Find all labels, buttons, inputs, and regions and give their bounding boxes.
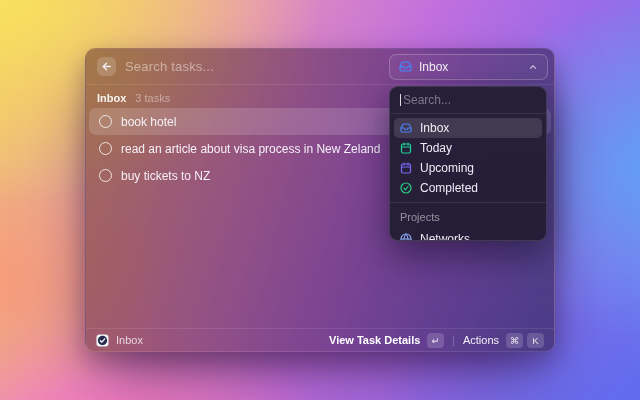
projects-section-label: Projects xyxy=(390,203,546,225)
back-button[interactable] xyxy=(97,57,116,76)
arrow-left-icon xyxy=(101,61,112,72)
chevron-up-icon xyxy=(528,62,538,72)
divider: | xyxy=(452,335,455,346)
status-bar: Inbox View Task Details ↵ | Actions ⌘ K xyxy=(86,328,554,351)
dropdown-item-completed[interactable]: Completed xyxy=(394,178,542,198)
list-title: Inbox xyxy=(97,92,126,104)
inbox-icon xyxy=(400,122,412,134)
task-count: 3 tasks xyxy=(135,92,170,104)
search-input[interactable]: Search tasks... xyxy=(125,59,214,74)
inbox-icon xyxy=(399,60,412,73)
filter-dropdown-button[interactable]: Inbox xyxy=(389,54,548,80)
actions-menu-action[interactable]: Actions xyxy=(463,334,499,346)
dropdown-item-today[interactable]: Today xyxy=(394,138,542,158)
globe-icon xyxy=(400,233,412,241)
check-circle-icon xyxy=(400,182,412,194)
enter-key-badge: ↵ xyxy=(427,333,444,348)
shortcut-keys: ⌘ K xyxy=(506,333,544,348)
dropdown-item-networks[interactable]: Networks xyxy=(394,229,542,241)
text-cursor xyxy=(400,94,401,106)
search-bar: Search tasks... Inbox xyxy=(86,49,554,85)
view-task-details-action[interactable]: View Task Details xyxy=(329,334,420,346)
dropdown-search-input[interactable]: Search... xyxy=(390,87,546,114)
k-key-badge: K xyxy=(527,333,544,348)
dropdown-item-upcoming[interactable]: Upcoming xyxy=(394,158,542,178)
projects-list: Networks xyxy=(390,225,546,241)
dropdown-item-list: Inbox Today Upcoming xyxy=(390,114,546,202)
filter-dropdown-panel: Search... Inbox Today xyxy=(389,86,547,241)
command-key-badge: ⌘ xyxy=(506,333,523,348)
calendar-icon xyxy=(400,142,412,154)
filter-selected-value: Inbox xyxy=(419,60,448,74)
dropdown-item-inbox[interactable]: Inbox xyxy=(394,118,542,138)
calendar-icon xyxy=(400,162,412,174)
task-checkbox[interactable] xyxy=(99,142,112,155)
task-checkbox[interactable] xyxy=(99,169,112,182)
app-logo-check-icon xyxy=(96,334,109,347)
task-search-window: Search tasks... Inbox Inbox 3 tasks book… xyxy=(85,48,555,352)
current-view-label: Inbox xyxy=(116,334,143,346)
task-checkbox[interactable] xyxy=(99,115,112,128)
